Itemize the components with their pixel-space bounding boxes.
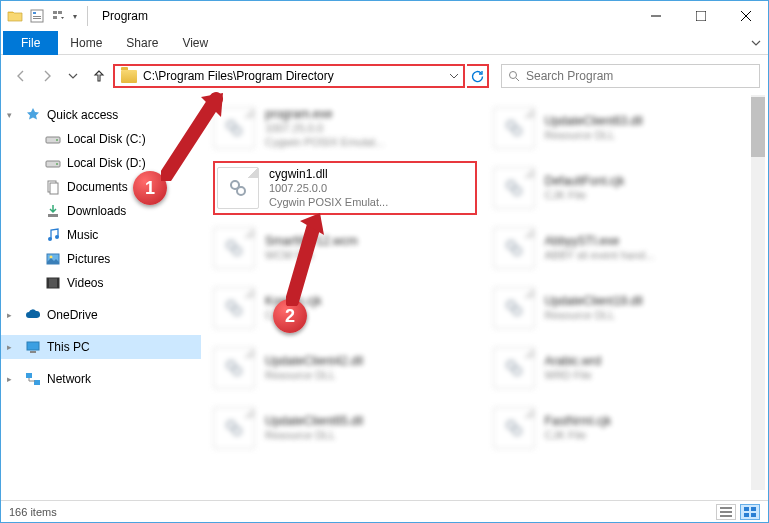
file-tile[interactable]: UpdateClient65.dllResource DLL: [213, 401, 477, 455]
file-text: AbbyySTI.exeABBY sti event hand...: [545, 234, 655, 263]
file-text: UpdateClient63.dllResource DLL: [545, 114, 643, 143]
sidebar-item-downloads[interactable]: Downloads: [1, 199, 201, 223]
svg-point-34: [513, 187, 521, 195]
svg-rect-7: [696, 11, 706, 21]
sidebar-item-music[interactable]: Music: [1, 223, 201, 247]
search-input[interactable]: [526, 69, 759, 83]
scrollbar-thumb[interactable]: [751, 97, 765, 157]
file-text: program.exe1007.25.0.0Cygwin POSIX Emula…: [265, 107, 384, 150]
svg-rect-22: [57, 278, 59, 288]
view-details-button[interactable]: [716, 504, 736, 520]
music-icon: [45, 227, 61, 243]
sidebar-label: Network: [47, 372, 91, 386]
file-name: FastNrml.cjk: [545, 414, 612, 429]
file-text: UpdateClient19.dllResource DLL: [545, 294, 643, 323]
file-thumbnail-icon: [213, 347, 255, 389]
sidebar-item-videos[interactable]: Videos: [1, 271, 201, 295]
svg-point-16: [48, 237, 52, 241]
minimize-button[interactable]: [633, 1, 678, 31]
svg-rect-54: [744, 507, 749, 511]
chevron-down-icon[interactable]: ▾: [7, 110, 12, 120]
file-tile[interactable]: AbbyySTI.exeABBY sti event hand...: [493, 221, 757, 275]
tab-view[interactable]: View: [170, 31, 220, 55]
qat-dropdown-icon[interactable]: [51, 8, 67, 24]
tab-home[interactable]: Home: [58, 31, 114, 55]
tab-file[interactable]: File: [3, 31, 58, 55]
svg-point-10: [56, 139, 58, 141]
file-name: UpdateClient65.dll: [265, 414, 363, 429]
sidebar-label: Videos: [67, 276, 103, 290]
properties-icon[interactable]: [29, 8, 45, 24]
forward-button[interactable]: [35, 64, 59, 88]
up-button[interactable]: [87, 64, 111, 88]
file-meta: CJK File: [545, 429, 612, 443]
sidebar-this-pc[interactable]: ▸This PC: [1, 335, 201, 359]
file-name: DefaultFont.cjk: [545, 174, 625, 189]
window-controls: [633, 1, 768, 31]
maximize-button[interactable]: [678, 1, 723, 31]
sidebar-item-local-d[interactable]: Local Disk (D:): [1, 151, 201, 175]
tab-share[interactable]: Share: [114, 31, 170, 55]
file-tile[interactable]: FastNrml.cjkCJK File: [493, 401, 757, 455]
address-dropdown-icon[interactable]: [445, 72, 463, 80]
file-text: UpdateClient65.dllResource DLL: [265, 414, 363, 443]
scrollbar-vertical[interactable]: [751, 95, 765, 490]
file-tile[interactable]: cygwin1.dll1007.25.0.0Cygwin POSIX Emula…: [213, 161, 477, 215]
chevron-right-icon[interactable]: ▸: [7, 374, 12, 384]
file-name: AbbyySTI.exe: [545, 234, 655, 249]
file-meta: Cygwin POSIX Emulat...: [269, 196, 388, 210]
file-meta: Resource DLL: [265, 369, 363, 383]
titlebar-divider: [87, 6, 88, 26]
sidebar-label: OneDrive: [47, 308, 98, 322]
refresh-button[interactable]: [467, 64, 489, 88]
view-tiles-button[interactable]: [740, 504, 760, 520]
sidebar-label: Pictures: [67, 252, 110, 266]
close-button[interactable]: [723, 1, 768, 31]
qat-chevron-icon[interactable]: ▾: [73, 12, 77, 21]
address-path[interactable]: C:\Program Files\Program Directory: [143, 69, 445, 83]
file-tile[interactable]: DefaultFont.cjkCJK File: [493, 161, 757, 215]
status-bar: 166 items: [1, 500, 768, 522]
file-meta: ABBY sti event hand...: [545, 249, 655, 263]
file-meta: 1007.25.0.0: [265, 122, 384, 136]
file-thumbnail-icon: [493, 407, 535, 449]
file-text: DefaultFont.cjkCJK File: [545, 174, 625, 203]
back-button[interactable]: [9, 64, 33, 88]
file-meta: Resource DLL: [545, 309, 643, 323]
drive-icon: [45, 155, 61, 171]
file-tile[interactable]: UpdateClient19.dllResource DLL: [493, 281, 757, 335]
svg-rect-21: [47, 278, 49, 288]
sidebar-quick-access[interactable]: ▾ Quick access: [1, 103, 201, 127]
svg-rect-2: [33, 16, 41, 17]
chevron-right-icon[interactable]: ▸: [7, 310, 12, 320]
sidebar-item-pictures[interactable]: Pictures: [1, 247, 201, 271]
search-box[interactable]: [501, 64, 760, 88]
file-tile[interactable]: UpdateClient63.dllResource DLL: [493, 101, 757, 155]
file-tile[interactable]: Arabic.wrdWRD File: [493, 341, 757, 395]
address-bar[interactable]: C:\Program Files\Program Directory: [113, 64, 465, 88]
file-tile[interactable]: Korean.cjkCJK File: [213, 281, 477, 335]
address-folder-icon: [121, 70, 137, 83]
sidebar-network[interactable]: ▸Network: [1, 367, 201, 391]
file-tile[interactable]: program.exe1007.25.0.0Cygwin POSIX Emula…: [213, 101, 477, 155]
svg-point-48: [233, 427, 241, 435]
file-meta: Resource DLL: [265, 429, 363, 443]
file-thumbnail-icon: [493, 287, 535, 329]
file-tile[interactable]: UpdateClient42.dllResource DLL: [213, 341, 477, 395]
star-icon: [25, 107, 41, 123]
quick-access-toolbar: ▾ Program: [1, 6, 633, 26]
download-icon: [45, 203, 61, 219]
svg-point-28: [233, 127, 241, 135]
chevron-right-icon[interactable]: ▸: [7, 342, 12, 352]
svg-rect-3: [33, 18, 41, 19]
sidebar-item-documents[interactable]: Documents: [1, 175, 201, 199]
file-thumbnail-icon: [493, 227, 535, 269]
sidebar-label: Quick access: [47, 108, 118, 122]
svg-rect-6: [53, 16, 57, 19]
sidebar-item-local-c[interactable]: Local Disk (C:): [1, 127, 201, 151]
recent-dropdown[interactable]: [61, 64, 85, 88]
svg-point-44: [233, 367, 241, 375]
sidebar-onedrive[interactable]: ▸OneDrive: [1, 303, 201, 327]
ribbon-expand-icon[interactable]: [744, 31, 768, 55]
file-tile[interactable]: SmartWP12.wcmWCM File: [213, 221, 477, 275]
